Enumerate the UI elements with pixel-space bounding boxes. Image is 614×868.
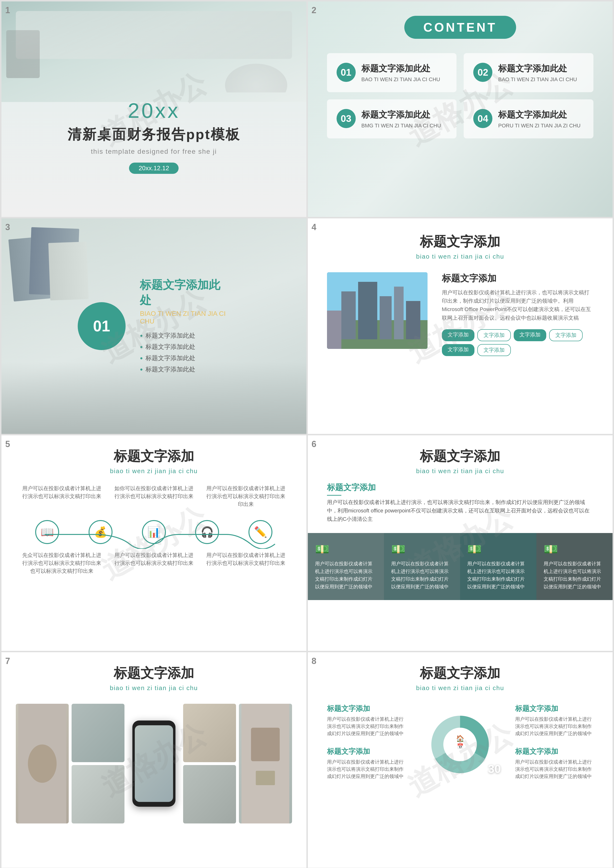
slide2-item-4: 04 标题文字添加此处 PORU TI WEN ZI TIAN JIA ZI C…: [464, 99, 594, 138]
slide-number-8: 8: [312, 656, 316, 666]
slide8-center: 🏠 📅 30: [415, 704, 505, 785]
svg-rect-5: [394, 287, 403, 339]
bullet-3: ●: [140, 356, 143, 361]
slide7-img-6: [239, 704, 292, 823]
slide6-card-1: 💵 用户可以在投影仪成者计算机上进行演示也可以将演示文稿打印出来制作成幻灯片以便…: [308, 533, 384, 600]
slide8-right: 标题文字添加 用户可以在投影仪或者计算机上进行演示也可以将演示文稿打印出来制作成…: [515, 704, 594, 789]
tag-5: 文字添加: [442, 344, 474, 356]
slide2-item-2: 02 标题文字添加此处 BAO TI WEN ZI TIAN JIA CI CH…: [464, 53, 594, 92]
slide6-main-title: 标题文字添加: [308, 447, 613, 466]
slide3-item-3: ● 标题文字添加此处: [140, 352, 230, 364]
slide2-grid: 01 标题文字添加此处 BAO TI WEN ZI TIAN JIA CI CH…: [327, 53, 594, 138]
content-badge: CONTENT: [404, 16, 516, 39]
slide1-content: 20xx 清新桌面财务报告ppt模板 this template designe…: [2, 98, 306, 174]
slide5-bottom-text-2: 用户可以在投影仪成者计算机上进行演示也可以标演示文稿打印出来: [113, 551, 195, 575]
slide6-header: 标题文字添加 biao ti wen zi tian jia ci chu: [308, 435, 613, 475]
svg-point-9: [28, 744, 57, 783]
slide6-card-2: 💵 用户可以在投影仪成者计算机上进行演示也可以将演示文稿打印出来制作成幻灯片以便…: [384, 533, 460, 600]
slide6-desc-text: 用户可以在投影仪或者计算机上进行演示，也可以将演示文稿打印出来，制作成幻灯片以便…: [327, 498, 594, 523]
slide2-num-4: 04: [473, 109, 492, 128]
slide6-desc-title: 标题文字添加: [327, 482, 594, 493]
slide-number-5: 5: [5, 439, 10, 449]
svg-rect-10: [242, 704, 289, 823]
slide7-phone: [127, 704, 180, 823]
slide8-text-title-2: 标题文字添加: [327, 747, 405, 756]
slide6-card-3: 💵 用户可以在投影仪成者计算机上进行演示也可以将演示文稿打印出来制作成幻灯片以便…: [460, 533, 536, 600]
slide8-text-body-2: 用户可以在投影仪或者计算机上进行演示也可以将演示文稿打印出来制作成幻灯片以便应用…: [327, 758, 405, 780]
svg-rect-4: [380, 296, 392, 339]
slide1-title: 清新桌面财务报告ppt模板: [2, 125, 306, 144]
slide8-text-block-3: 标题文字添加 用户可以在投影仪或者计算机上进行演示也可以将演示文稿打印出来制作成…: [515, 704, 594, 737]
bullet-4: ●: [140, 366, 143, 372]
slide-number-2: 2: [312, 5, 316, 16]
slide3-circle-num: 01: [93, 317, 110, 335]
slide3-items: ● 标题文字添加此处 ● 标题文字添加此处 ● 标题文字添加此处 ● 标题文字添…: [140, 330, 230, 375]
slide1-year: 20xx: [2, 98, 306, 123]
slide3-item-1: ● 标题文字添加此处: [140, 330, 230, 341]
slide2-text-4: 标题文字添加此处 PORU TI WEN ZI TIAN JIA ZI CHU: [498, 109, 584, 129]
slide5-header: 标题文字添加 biao ti wen zi jian jia ci chu: [2, 435, 306, 475]
slide7-img-2: [71, 704, 124, 762]
slide-number-3: 3: [5, 222, 10, 232]
slide4-header: 标题文字添加 biao ti wen zi tian jia ci chu: [308, 218, 613, 260]
slide6-sub-title: biao ti wen zi tian jia ci chu: [308, 467, 613, 475]
slide6-card-text-4: 用户可以在投影仪成者计算机上进行演示也可以将演示文稿打印出来制作成幻灯片以便应用…: [544, 560, 605, 590]
tag-3: 文字添加: [514, 329, 546, 341]
slide4-tags: 文字添加 文字添加 文字添加 文字添加 文字添加 文字添加: [442, 329, 594, 356]
slide1-date: 20xx.12.12: [129, 163, 178, 174]
slide2-header: CONTENT: [308, 2, 613, 39]
svg-rect-7: [327, 311, 341, 349]
slide6-card-icon-1: 💵: [315, 543, 377, 556]
slide8-text-block-1: 标题文字添加 用户可以在投影仪或者计算机上进行演示也可以将演示文稿打印出来制作成…: [327, 704, 405, 737]
slide-number-7: 7: [5, 656, 10, 666]
slide4-img-inner: [327, 272, 428, 349]
slide8-left: 标题文字添加 用户可以在投影仪或者计算机上进行演示也可以将演示文稿打印出来制作成…: [327, 704, 405, 789]
slide3-right: 标题文字添加此处 BIAO TI WEN ZI TIAN JIA CI CHU …: [140, 277, 230, 375]
slide5-top-text-3: 用户可以在投影仪成者计算机上进行演示也可以标演示文稿打印出来印出来: [205, 484, 287, 508]
slide5-sub-title: biao ti wen zi jian jia ci chu: [2, 467, 306, 475]
slide6-card-text-2: 用户可以在投影仪成者计算机上进行演示也可以将演示文稿打印出来制作成幻灯片以便应用…: [391, 560, 453, 590]
slide3-item-2: ● 标题文字添加此处: [140, 341, 230, 352]
slide8-text-block-2: 标题文字添加 用户可以在投影仪或者计算机上进行演示也可以将演示文稿打印出来制作成…: [327, 747, 405, 780]
slide2-num-3: 03: [336, 109, 356, 128]
slide8-body: 标题文字添加 用户可以在投影仪或者计算机上进行演示也可以将演示文稿打印出来制作成…: [327, 704, 594, 789]
slide-1: 1 20xx 清新桌面财务报告ppt模板 this template desig…: [2, 2, 306, 217]
svg-rect-6: [406, 301, 420, 339]
slide5-top-text-1: 用户可以在投影仪成者计算机上进行演示也可以标演示文稿打印出来: [20, 484, 103, 508]
slide6-card-icon-3: 💵: [467, 543, 529, 556]
slide8-text-block-4: 标题文字添加 用户可以在投影仪或者计算机上进行演示也可以将演示文稿打印出来制作成…: [515, 747, 594, 780]
slide4-right: 标题文字添加 用户可以在投影仪或者计算机上进行演示，也可以将演示文稿打印出来，制…: [442, 272, 594, 356]
bullet-2: ●: [140, 344, 143, 349]
slide4-right-title: 标题文字添加: [442, 272, 594, 284]
svg-rect-11: [251, 728, 280, 761]
slide8-text-body-3: 用户可以在投影仪或者计算机上进行演示也可以将演示文稿打印出来制作成幻灯片以便应用…: [515, 716, 594, 737]
slide2-text-2: 标题文字添加此处 BAO TI WEN ZI TIAN JIA CI CHU: [498, 63, 584, 82]
slide-7: 7 标题文字添加 biao ti wen zi tian jia ci chu: [2, 652, 306, 868]
slide3-item-4: ● 标题文字添加此处: [140, 364, 230, 375]
slide-number-4: 4: [312, 222, 316, 232]
slide4-sub-title: biao ti wen zi tian jia ci chu: [308, 253, 613, 260]
svg-rect-12: [256, 771, 275, 785]
slide8-sub-title: biao ti wen zi tian jia ci chu: [308, 684, 613, 692]
slide6-card-text-3: 用户可以在投影仪成者计算机上进行演示也可以将演示文稿打印出来制作成幻灯片以便应用…: [467, 560, 529, 590]
slide2-num-2: 02: [473, 63, 492, 82]
slide2-text-1: 标题文字添加此处 BAO TI WEN ZI TIAN JIA CI CHU: [361, 63, 447, 82]
slide8-text-body-4: 用户可以在投影仪或者计算机上进行演示也可以将演示文稿打印出来制作成幻灯片以便应用…: [515, 758, 594, 780]
slide6-card-text-1: 用户可以在投影仪成者计算机上进行演示也可以将演示文稿打印出来制作成幻灯片以便应用…: [315, 560, 377, 590]
slide1-subtitle: this template designed for free she ji: [2, 148, 306, 155]
slides-grid: 1 20xx 清新桌面财务报告ppt模板 this template desig…: [0, 0, 614, 868]
slide3-sub-title: BIAO TI WEN ZI TIAN JIA CI CHU: [140, 310, 230, 325]
slide3-title: 标题文字添加此处: [140, 277, 230, 308]
svg-rect-2: [341, 291, 356, 339]
slide-number-6: 6: [312, 439, 316, 449]
slide7-img-5: [183, 765, 236, 823]
slide6-card-icon-2: 💵: [391, 543, 453, 556]
slide7-img-3: [71, 765, 124, 823]
slide-3: 3 01 标题文字添加此处 BIAO TI WEN ZI TIAN JIA CI…: [2, 218, 306, 434]
slide5-top-texts: 用户可以在投影仪成者计算机上进行演示也可以标演示文稿打印出来 如你可以在投影仪成…: [20, 484, 287, 508]
slide4-main-title: 标题文字添加: [308, 233, 613, 251]
slide7-img-1: [16, 704, 69, 823]
slide4-image: [327, 272, 428, 349]
slide-5: 5 标题文字添加 biao ti wen zi jian jia ci chu …: [2, 435, 306, 651]
slide6-card-icon-4: 💵: [544, 543, 605, 556]
